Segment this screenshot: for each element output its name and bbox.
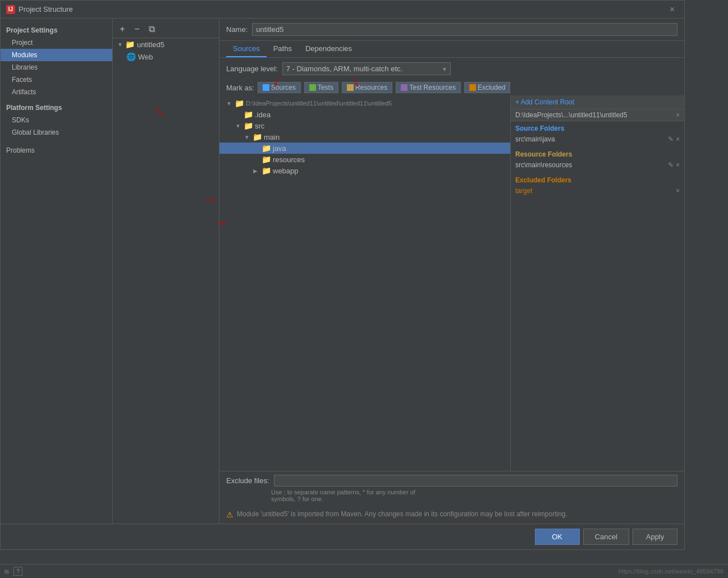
warning-icon: ⚠ [226,510,233,519]
test-resources-icon [401,84,408,91]
mark-as-excluded-button[interactable]: Excluded [464,82,510,93]
root-folder-icon: 📁 [235,99,244,108]
module-tree-item-untitled5[interactable]: ▼ 📁 untitled5 [113,38,219,51]
tab-paths[interactable]: Paths [267,41,299,57]
project-structure-dialog: IJ Project Structure × Project Settings … [0,0,685,550]
file-tree-item-idea[interactable]: 📁 .idea [219,109,510,120]
project-settings-title: Project Settings [1,23,112,36]
sidebar-item-libraries[interactable]: Libraries [1,61,112,74]
cancel-button[interactable]: Cancel [583,529,629,545]
info-header: + Add Content Root [511,95,684,109]
warning-row: ⚠ Module 'untitled5' is imported from Ma… [219,506,684,524]
tabs-row: Sources Paths Dependencies [219,41,684,58]
sidebar-item-artifacts[interactable]: Artifacts [1,86,112,98]
tests-icon [309,84,316,91]
excluded-folders-section: Excluded Folders target × [511,173,684,199]
status-text: is [4,568,9,575]
resource-folders-section: Resource Folders src\main\resources ✎ × [511,147,684,173]
dialog-title: Project Structure [19,5,73,13]
file-content-area: ▼ 📁 D:\IdeaProjects\untitled11\untitled\… [219,95,684,471]
remove-excluded-folder-button[interactable]: × [676,187,680,195]
main-content: Project Settings Project Modules Librari… [1,19,684,524]
apply-button[interactable]: Apply [633,529,677,545]
tab-dependencies[interactable]: Dependencies [299,41,359,57]
excluded-icon [469,84,476,91]
excluded-folder-row: target × [515,186,680,195]
source-folders-title: Source Folders [515,125,680,132]
exclude-files-row: Exclude files: [226,475,677,487]
close-button[interactable]: × [670,5,679,14]
mark-as-tests-button[interactable]: Tests [304,82,338,93]
status-url: https://blog.csdn.net/weixin_46594796 [619,568,724,575]
copy-module-button[interactable]: ⧉ [145,23,158,35]
mark-as-sources-button[interactable]: Sources [258,82,301,93]
remove-resource-folder-button[interactable]: × [676,161,680,169]
help-button[interactable]: ? [13,567,22,576]
sidebar-item-project[interactable]: Project [1,36,112,49]
sidebar-item-sdks[interactable]: SDKs [1,114,112,126]
src-folder-icon: 📁 [244,121,253,130]
idea-folder-icon: 📁 [244,110,253,119]
sources-icon [263,84,269,91]
file-tree-item-resources[interactable]: 📁 resources [219,154,510,165]
edit-source-folder-button[interactable]: ✎ [668,135,674,143]
mark-as-test-resources-button[interactable]: Test Resources [396,82,461,93]
remove-module-button[interactable]: − [131,23,143,35]
sidebar-item-modules[interactable]: Modules [1,49,112,61]
excluded-folders-title: Excluded Folders [515,176,680,184]
file-tree: ▼ 📁 D:\IdeaProjects\untitled11\untitled\… [219,95,510,471]
title-bar: IJ Project Structure × [1,1,684,19]
language-level-row: Language level: 7 - Diamonds, ARM, multi… [219,58,684,80]
language-level-label: Language level: [226,65,278,73]
file-tree-item-java[interactable]: 📁 java [219,143,510,154]
java-folder-icon: 📁 [262,144,271,153]
source-folders-section: Source Folders src\main\java ✎ × [511,121,684,147]
mark-as-label: Mark as: [226,84,254,92]
module-folder-icon: 📁 [125,40,135,49]
dialog-buttons: OK Cancel Apply [1,524,684,549]
source-folder-row: src\main\java ✎ × [515,135,680,144]
file-tree-item-src[interactable]: ▼ 📁 src [219,120,510,131]
exclude-files-label: Exclude files: [226,476,269,485]
edit-resource-folder-button[interactable]: ✎ [668,161,674,169]
module-tree-panel: + − ⧉ ▼ 📁 untitled5 🌐 Web [113,19,219,524]
webapp-folder-icon: 📁 [262,166,271,175]
resources-icon [347,84,354,91]
module-tree-item-web[interactable]: 🌐 Web [113,51,219,63]
add-content-root-button[interactable]: + Add Content Root [515,98,574,106]
status-bar: is ? https://blog.csdn.net/weixin_465947… [0,564,728,578]
ok-button[interactable]: OK [535,529,580,545]
module-name-input[interactable] [252,23,677,36]
mark-as-row: Mark as: Sources Tests Resources [219,80,684,95]
app-icon: IJ [6,5,15,14]
exclude-hint: Use ; to separate name patterns, * for a… [226,489,677,502]
sidebar-item-facets[interactable]: Facets [1,74,112,86]
content-area: Language level: 7 - Diamonds, ARM, multi… [219,58,684,524]
sidebar: Project Settings Project Modules Librari… [1,19,113,524]
tab-sources[interactable]: Sources [226,41,267,57]
file-tree-item-main[interactable]: ▼ 📁 main [219,131,510,143]
mark-as-resources-button[interactable]: Resources [342,82,392,93]
file-tree-root[interactable]: ▼ 📁 D:\IdeaProjects\untitled11\untitled\… [219,98,510,109]
info-path-close[interactable]: × [676,111,680,119]
resources-folder-icon: 📁 [262,155,271,164]
sidebar-item-global-libraries[interactable]: Global Libraries [1,126,112,139]
warning-text: Module 'untitled5' is imported from Mave… [237,510,567,518]
info-path: D:\IdeaProjects\...\untitled11\untitled5… [511,109,684,121]
resource-folders-title: Resource Folders [515,150,680,158]
exclude-files-input[interactable] [274,475,677,487]
sidebar-item-problems[interactable]: Problems [1,144,112,157]
main-panel: Name: Sources Paths Dependencies La [219,19,684,524]
info-panel: + Add Content Root D:\IdeaProjects\...\u… [510,95,684,471]
file-tree-item-webapp[interactable]: ▶ 📁 webapp [219,165,510,176]
web-icon: 🌐 [126,52,136,61]
remove-source-folder-button[interactable]: × [676,135,680,143]
platform-settings-title: Platform Settings [1,98,112,114]
language-level-select[interactable]: 7 - Diamonds, ARM, multi-catch etc. [282,62,451,75]
tree-toolbar: + − ⧉ [113,21,219,38]
name-row: Name: [219,19,684,41]
bottom-area: Exclude files: Use ; to separate name pa… [219,471,684,506]
resource-folder-row: src\main\resources ✎ × [515,160,680,169]
name-label: Name: [226,25,248,34]
add-module-button[interactable]: + [116,23,129,35]
